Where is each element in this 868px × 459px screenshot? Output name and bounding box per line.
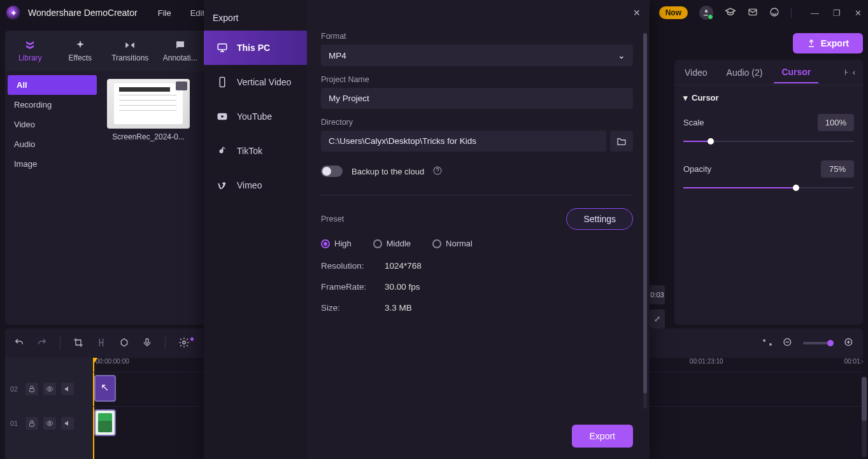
user-avatar[interactable] bbox=[699, 6, 713, 20]
settings-gear-button[interactable]: ◆ bbox=[178, 337, 190, 350]
clip-label: ScreenRec_2024-0... bbox=[107, 132, 190, 141]
inspector-tab-more[interactable]: ⊦ bbox=[844, 67, 849, 77]
lock-icon[interactable] bbox=[25, 383, 38, 395]
media-clip[interactable]: ScreenRec_2024-0... bbox=[107, 79, 190, 141]
dialog-scrollbar[interactable] bbox=[643, 33, 647, 409]
menu-file[interactable]: File bbox=[158, 8, 171, 18]
preview-aspect-button[interactable]: ⤢ bbox=[650, 309, 665, 328]
clip-thumbnail bbox=[107, 79, 190, 129]
svg-rect-3 bbox=[146, 339, 148, 343]
preset-settings-button[interactable]: Settings bbox=[566, 208, 633, 230]
export-dialog: Export This PC Vertical Video YouTube Ti… bbox=[204, 0, 650, 459]
backup-label: Backup to the cloud bbox=[352, 167, 424, 176]
preset-middle[interactable]: Middle bbox=[373, 239, 411, 248]
undo-button[interactable] bbox=[14, 337, 24, 350]
framerate-label: FrameRate: bbox=[321, 282, 372, 292]
redo-button[interactable] bbox=[37, 337, 47, 350]
category-all[interactable]: All bbox=[8, 75, 97, 95]
menu-edit[interactable]: Edit bbox=[190, 8, 204, 18]
ruler-mark: 00:01:23:10 bbox=[690, 358, 723, 372]
lock-icon[interactable] bbox=[25, 417, 38, 430]
backup-toggle[interactable] bbox=[321, 166, 343, 177]
tab-annotations[interactable]: Annotati... bbox=[155, 31, 206, 71]
opacity-label: Opacity bbox=[683, 164, 711, 174]
directory-input[interactable]: C:\Users\Calyx\Desktop\Tricks for Kids bbox=[321, 131, 606, 152]
track-header-1: 01 bbox=[5, 406, 93, 441]
size-label: Size: bbox=[321, 303, 372, 313]
dest-tiktok[interactable]: TikTok bbox=[204, 134, 307, 168]
tab-effects[interactable]: Effects bbox=[55, 31, 106, 71]
dest-vimeo[interactable]: Vimeo bbox=[204, 168, 307, 202]
tab-transitions[interactable]: Transitions bbox=[105, 31, 155, 71]
separator bbox=[791, 8, 792, 18]
size-value: 3.3 MB bbox=[385, 303, 412, 313]
inspector-tab-audio[interactable]: Audio (2) bbox=[719, 62, 771, 83]
scale-value[interactable]: 100% bbox=[818, 114, 854, 131]
category-audio[interactable]: Audio bbox=[5, 134, 99, 154]
dest-label: This PC bbox=[237, 43, 270, 53]
svg-point-0 bbox=[705, 10, 708, 13]
media-tabbar: Library Effects Transitions Annotati... bbox=[5, 31, 205, 71]
eye-icon[interactable] bbox=[43, 417, 56, 430]
project-name-input[interactable]: My Project bbox=[321, 88, 633, 109]
preset-high-label: High bbox=[334, 239, 352, 248]
export-go-button[interactable]: Export bbox=[572, 425, 633, 448]
format-select[interactable]: MP4 ⌄ bbox=[321, 45, 633, 66]
category-video[interactable]: Video bbox=[5, 115, 99, 134]
upgrade-now-badge[interactable]: Now bbox=[659, 6, 688, 19]
support-icon[interactable] bbox=[769, 7, 779, 19]
fit-timeline-button[interactable] bbox=[762, 337, 772, 350]
tab-library[interactable]: Library bbox=[5, 31, 55, 71]
inspector-tab-cursor[interactable]: Cursor bbox=[774, 62, 818, 83]
cursor-section-title: Cursor bbox=[692, 93, 719, 102]
timeline-scrollbar[interactable] bbox=[862, 377, 867, 457]
opacity-value[interactable]: 75% bbox=[821, 160, 854, 178]
inspector-tab-prev[interactable]: ‹ bbox=[853, 67, 855, 77]
zoom-in-button[interactable] bbox=[844, 337, 854, 350]
dest-this-pc[interactable]: This PC bbox=[204, 31, 307, 65]
dest-youtube[interactable]: YouTube bbox=[204, 99, 307, 134]
preset-high[interactable]: High bbox=[321, 239, 352, 248]
export-top-button[interactable]: Export bbox=[793, 33, 863, 53]
mail-icon[interactable] bbox=[748, 7, 758, 19]
academy-icon[interactable] bbox=[725, 6, 736, 20]
app-logo: ✦ bbox=[6, 6, 20, 20]
clip-cursor[interactable] bbox=[94, 375, 116, 402]
voiceover-button[interactable] bbox=[142, 337, 152, 350]
mute-icon[interactable] bbox=[61, 417, 74, 430]
crop-button[interactable] bbox=[73, 337, 83, 350]
caret-down-icon: ▾ bbox=[683, 93, 688, 102]
directory-value: C:\Users\Calyx\Desktop\Tricks for Kids bbox=[329, 136, 476, 146]
eye-icon[interactable] bbox=[43, 383, 56, 395]
tab-effects-label: Effects bbox=[69, 53, 92, 62]
marker-button[interactable] bbox=[119, 337, 129, 350]
zoom-slider[interactable] bbox=[803, 342, 834, 344]
clip-video[interactable] bbox=[94, 409, 116, 436]
help-icon[interactable] bbox=[433, 166, 442, 177]
window-maximize[interactable]: ❐ bbox=[833, 8, 841, 18]
browse-folder-button[interactable] bbox=[610, 131, 633, 152]
category-recording[interactable]: Recording bbox=[5, 95, 99, 115]
pc-icon bbox=[217, 42, 228, 53]
window-minimize[interactable]: — bbox=[811, 8, 819, 18]
project-name-value: My Project bbox=[329, 94, 369, 103]
tab-transitions-label: Transitions bbox=[111, 53, 148, 62]
scale-slider[interactable] bbox=[683, 136, 854, 146]
app-title: Wondershare DemoCreator bbox=[28, 8, 138, 18]
split-button[interactable] bbox=[96, 337, 106, 350]
dest-vertical-video[interactable]: Vertical Video bbox=[204, 65, 307, 99]
mute-icon[interactable] bbox=[61, 383, 74, 395]
window-close[interactable]: ✕ bbox=[855, 8, 862, 18]
opacity-slider[interactable] bbox=[683, 183, 854, 193]
dialog-close-button[interactable]: ✕ bbox=[633, 8, 641, 18]
svg-point-10 bbox=[49, 423, 51, 425]
export-top-label: Export bbox=[821, 38, 849, 48]
inspector-panel: Video Audio (2) Cursor ⊦ ‹ ▾ Cursor Scal… bbox=[674, 60, 863, 325]
cursor-section-header[interactable]: ▾ Cursor bbox=[683, 93, 854, 102]
preset-normal-label: Normal bbox=[446, 239, 473, 248]
preset-normal[interactable]: Normal bbox=[432, 239, 473, 248]
inspector-tab-video[interactable]: Video bbox=[677, 62, 715, 83]
category-image[interactable]: Image bbox=[5, 154, 99, 174]
folder-icon bbox=[616, 136, 627, 146]
zoom-out-button[interactable] bbox=[783, 337, 793, 350]
